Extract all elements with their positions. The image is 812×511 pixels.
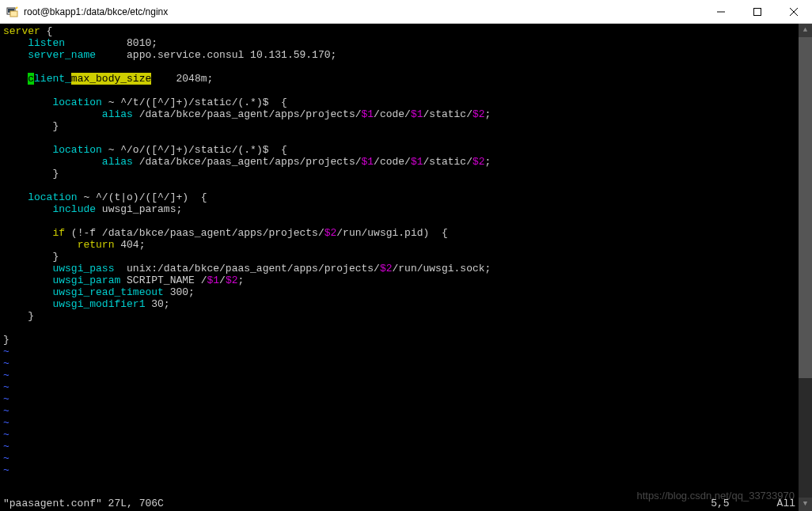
svg-line-3 <box>16 7 17 9</box>
close-button[interactable] <box>776 0 812 23</box>
vim-tilde: ~ <box>3 346 9 358</box>
directive-server-name: server_name <box>28 49 96 61</box>
watermark: https://blog.csdn.net/qq_33733970 <box>637 490 795 502</box>
directive-location: location <box>52 97 101 108</box>
search-highlight: max_body_size <box>71 73 151 85</box>
status-filename: "paasagent.conf" 27L, 706C <box>3 498 164 509</box>
minimize-button[interactable] <box>703 0 739 23</box>
variable: $1 <box>362 108 374 120</box>
directive-include: include <box>52 203 96 215</box>
keyword-if: if <box>52 227 65 239</box>
directive-listen: listen <box>28 37 65 49</box>
svg-rect-2 <box>10 11 17 17</box>
keyword-return: return <box>78 239 115 251</box>
window-controls <box>703 0 812 23</box>
svg-rect-5 <box>754 8 761 15</box>
scrollbar[interactable]: ▲ ▼ <box>799 24 812 511</box>
maximize-button[interactable] <box>739 0 776 23</box>
keyword-server: server <box>3 25 40 37</box>
directive-uwsgi-param: uwsgi_param <box>52 274 120 286</box>
window-title: root@bkapp1:/data/bkce/etc/nginx <box>24 6 703 17</box>
directive-uwsgi-read-timeout: uwsgi_read_timeout <box>52 286 163 298</box>
terminal-content: server { listen 8010; server_name appo.s… <box>3 25 809 476</box>
putty-icon <box>6 6 19 18</box>
directive-alias: alias <box>102 108 133 120</box>
scrollbar-down-arrow[interactable]: ▼ <box>799 498 812 511</box>
directive-uwsgi-pass: uwsgi_pass <box>52 263 114 274</box>
cursor-position: c <box>28 73 34 85</box>
scrollbar-thumb[interactable] <box>799 37 812 378</box>
terminal[interactable]: server { listen 8010; server_name appo.s… <box>0 24 812 511</box>
window-titlebar: root@bkapp1:/data/bkce/etc/nginx <box>0 0 812 24</box>
scrollbar-up-arrow[interactable]: ▲ <box>799 24 812 37</box>
directive-uwsgi-modifier1: uwsgi_modifier1 <box>52 298 145 310</box>
